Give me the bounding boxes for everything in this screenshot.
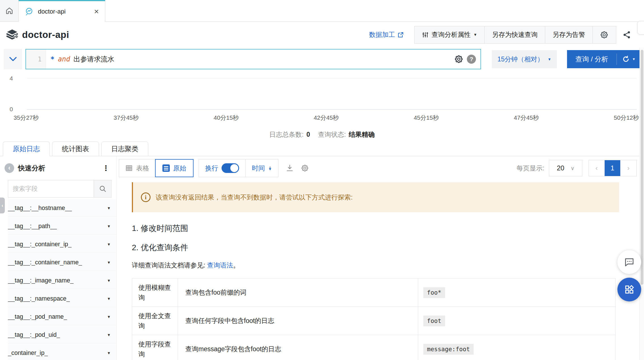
- current-page-button[interactable]: 1: [605, 160, 621, 176]
- time-sort-button[interactable]: 时间 ▲ ▼: [246, 159, 278, 177]
- kebab-menu-icon[interactable]: ⋮: [102, 164, 110, 173]
- line-number: 1: [38, 55, 42, 63]
- field-search-button[interactable]: [94, 180, 111, 197]
- save-as-quick-query-button[interactable]: 另存为快速查询: [485, 26, 545, 43]
- page-scrollbar[interactable]: [639, 48, 644, 360]
- query-desc-cell: 查询任何字段中包含foot的日志: [178, 307, 418, 335]
- save-as-quick-query-label: 另存为快速查询: [492, 30, 538, 39]
- display-settings-button[interactable]: [301, 164, 309, 172]
- query-analysis-props-button[interactable]: 查询分析属性 ▼: [415, 26, 485, 43]
- scrollbar-thumb[interactable]: [641, 50, 643, 285]
- line-wrap-toggle[interactable]: [222, 163, 239, 173]
- sidebar-field-item[interactable]: __tag__:_container_ip_▼: [8, 235, 116, 254]
- page-header: doctor-api 数据加工 查询分析属性 ▼ 另存为快速查询: [0, 22, 644, 48]
- result-tabs: 原始日志 统计图表 日志聚类: [0, 142, 644, 156]
- display-options-group: 换行 时间 ▲ ▼: [199, 159, 278, 177]
- search-analyze-button[interactable]: 查询 / 分析 ▼: [567, 50, 641, 68]
- home-button[interactable]: [0, 0, 19, 22]
- query-state-value: 结果精确: [349, 130, 375, 139]
- help-icon[interactable]: ?: [467, 55, 476, 64]
- home-icon: [5, 7, 14, 15]
- query-editor[interactable]: 1 * and 出参请求流水 ?: [25, 49, 481, 69]
- field-name-label: __tag__:_container_ip_: [8, 241, 72, 248]
- sidebar-field-item[interactable]: __tag__:_container_name_▼: [8, 254, 116, 272]
- x-axis-tick-label: 40分15秒: [214, 114, 239, 122]
- chat-bubble-icon: [624, 256, 635, 268]
- chevron-down-icon[interactable]: ▼: [107, 315, 111, 319]
- prev-page-button[interactable]: ‹: [589, 160, 605, 176]
- query-input[interactable]: * and 出参请求流水: [46, 50, 454, 69]
- chevron-down-icon[interactable]: ▼: [107, 206, 111, 210]
- app-grid-icon: [624, 284, 635, 295]
- sidebar-field-item[interactable]: __tag__:__path__▼: [8, 217, 116, 235]
- tab-statistics-chart[interactable]: 统计图表: [52, 142, 99, 156]
- chevron-down-icon: ▼: [473, 33, 477, 37]
- raw-view-button[interactable]: 原始: [155, 159, 194, 177]
- chevron-down-icon: ∨: [570, 165, 574, 172]
- share-button[interactable]: [616, 26, 637, 44]
- field-name-label: __tag__:_image_name_: [8, 277, 74, 284]
- collapse-panel-icon[interactable]: ‹: [5, 163, 14, 173]
- query-example-code: foo*: [423, 287, 445, 298]
- save-as-alert-button[interactable]: 另存为告警: [545, 26, 593, 43]
- chevron-down-icon[interactable]: ▼: [107, 333, 111, 337]
- x-axis-tick-label: 37分45秒: [114, 114, 139, 122]
- gear-icon: [454, 55, 463, 64]
- chevron-down-icon[interactable]: ▼: [107, 297, 111, 301]
- auto-refresh-button[interactable]: ▼: [617, 55, 641, 63]
- query-token-text: 出参请求流水: [74, 55, 114, 64]
- chevron-down-icon[interactable]: ▼: [107, 260, 111, 265]
- sidebar-field-item[interactable]: __tag__:_namespace_▼: [8, 290, 116, 308]
- field-search-input[interactable]: [8, 180, 94, 197]
- sidebar-field-item[interactable]: __tag__:__hostname__▼: [8, 199, 116, 217]
- download-icon: [286, 164, 294, 172]
- query-expand-button[interactable]: [4, 49, 22, 69]
- chevron-down-icon[interactable]: ▼: [107, 242, 111, 247]
- data-processing-label: 数据加工: [369, 30, 395, 39]
- tab-raw-logs[interactable]: 原始日志: [3, 142, 50, 156]
- query-examples-table: 使用模糊查询查询包含foo前缀的词foo*使用全文查询查询任何字段中包含foot…: [132, 278, 616, 360]
- query-settings-button[interactable]: [454, 55, 463, 64]
- chevron-down-icon[interactable]: ▼: [107, 224, 111, 228]
- sidebar-field-item[interactable]: __tag__:_pod_name_▼: [8, 308, 116, 326]
- logstore-tab[interactable]: doctor-api ×: [19, 0, 105, 22]
- page-size-select[interactable]: 20 ∨: [549, 160, 582, 176]
- tip-change-time-range: 1. 修改时间范围: [132, 223, 619, 234]
- sidebar-field-item[interactable]: __tag__:_pod_uid_▼: [8, 326, 116, 344]
- field-list: __tag__:__hostname__▼__tag__:__path__▼__…: [8, 199, 116, 360]
- field-name-label: __tag__:__path__: [8, 223, 57, 230]
- sidebar-field-item[interactable]: __tag__:_image_name_▼: [8, 272, 116, 290]
- query-examples-table-body: 使用模糊查询查询包含foo前缀的词foo*使用全文查询查询任何字段中包含foot…: [132, 278, 616, 360]
- feedback-button[interactable]: [617, 250, 641, 274]
- sidebar-field-item[interactable]: _container_ip_▼: [8, 344, 116, 360]
- close-icon[interactable]: ×: [94, 8, 99, 16]
- next-page-button[interactable]: ›: [621, 160, 636, 176]
- quick-analysis-header: ‹ 快速分析 ⋮: [0, 159, 116, 177]
- log-service-page: doctor-api × doctor-api 数据加工: [0, 0, 644, 360]
- settings-button[interactable]: [593, 26, 616, 43]
- field-name-label: __tag__:_pod_uid_: [8, 331, 60, 338]
- tab-raw-logs-label: 原始日志: [13, 144, 40, 153]
- log-histogram[interactable]: 4 0 35分27秒37分45秒40分15秒42分45秒45分15秒47分45秒…: [0, 71, 644, 127]
- table-view-button[interactable]: 表格: [119, 159, 155, 177]
- x-axis-tick-label: 35分27秒: [14, 114, 39, 122]
- sidebar-collapse-handle[interactable]: ‹: [0, 198, 5, 213]
- y-axis-tick-label: 0: [10, 106, 13, 113]
- app-launcher-button[interactable]: [617, 278, 641, 301]
- query-method-cell: 使用字段查询: [132, 335, 178, 360]
- tab-log-clustering[interactable]: 日志聚类: [101, 142, 148, 156]
- download-button[interactable]: [286, 164, 294, 172]
- search-icon: [99, 185, 107, 193]
- query-analysis-props-label: 查询分析属性: [432, 30, 471, 39]
- query-syntax-link[interactable]: 查询语法: [207, 262, 233, 269]
- data-processing-link[interactable]: 数据加工: [369, 30, 404, 39]
- table-icon: [125, 164, 133, 172]
- header-button-group: 查询分析属性 ▼ 另存为快速查询 另存为告警: [414, 26, 616, 44]
- editor-icons: ?: [454, 50, 480, 69]
- chevron-down-icon[interactable]: ▼: [107, 278, 111, 283]
- sliders-icon: [422, 31, 429, 38]
- field-search-box: [8, 180, 111, 198]
- time-range-selector[interactable]: 15分钟（相对） ▼: [492, 50, 557, 68]
- chevron-down-icon[interactable]: ▼: [107, 351, 111, 355]
- tip-optimize-query: 2. 优化查询条件: [132, 242, 619, 253]
